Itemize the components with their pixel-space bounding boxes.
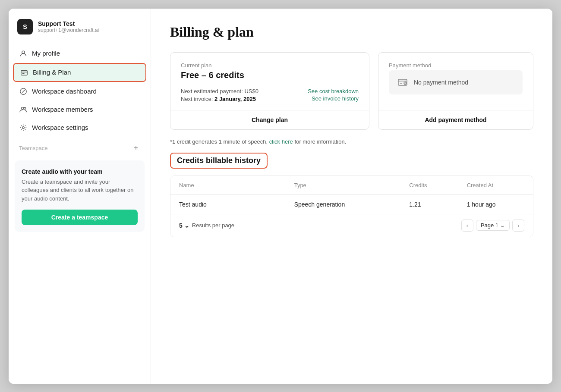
teamspace-card-description: Create a teamspace and invite your colle… (22, 178, 138, 203)
current-plan-name: Free – 6 credits (181, 70, 359, 80)
add-payment-method-button[interactable]: Add payment method (378, 110, 533, 129)
chart-icon (19, 87, 28, 96)
avatar: S (17, 19, 33, 34)
current-plan-card: Current plan Free – 6 credits Next estim… (170, 52, 369, 130)
sidebar-item-my-profile[interactable]: My profile (13, 45, 146, 62)
col-header-created-at: Created At (467, 182, 524, 188)
credits-history-title: Credits billable history (170, 153, 268, 169)
settings-icon (19, 123, 28, 132)
cell-name: Test audio (179, 201, 294, 208)
svg-point-4 (24, 107, 26, 110)
billing-links: See cost breakdown See invoice history (308, 88, 359, 102)
teamspace-card-title: Create audio with your team (22, 168, 138, 175)
no-payment-icon (397, 76, 409, 88)
payment-card-body: No payment method (389, 70, 523, 110)
sidebar-item-billing-plan[interactable]: Billing & Plan (13, 63, 146, 82)
modal-container: S Support Test support+1@wondercraft.ai … (9, 9, 552, 384)
cell-created-at: 1 hour ago (467, 201, 524, 208)
sidebar-item-workspace-settings[interactable]: Workspace settings (13, 119, 146, 136)
user-info: Support Test support+1@wondercraft.ai (38, 20, 99, 33)
sidebar-item-workspace-settings-label: Workspace settings (32, 124, 88, 131)
person-icon (19, 49, 28, 58)
change-plan-button[interactable]: Change plan (170, 110, 369, 129)
teamspace-card: Create audio with your team Create a tea… (15, 160, 145, 232)
payment-method-label: Payment method (389, 62, 523, 69)
teamspace-section-label: Teamspace + (9, 136, 151, 156)
sidebar: S Support Test support+1@wondercraft.ai … (9, 9, 151, 384)
billing-cards: Current plan Free – 6 credits Next estim… (170, 52, 533, 130)
credits-history-table: Name Type Credits Created At Test audio … (170, 176, 533, 237)
see-invoice-history-link[interactable]: See invoice history (312, 95, 359, 102)
sidebar-item-workspace-members[interactable]: Workspace members (13, 101, 146, 118)
sidebar-item-my-profile-label: My profile (32, 50, 60, 57)
payment-method-card: Payment method No payment m (378, 52, 533, 130)
sidebar-item-workspace-dashboard-label: Workspace dashboard (32, 88, 97, 95)
payment-method-box: No payment method (389, 70, 523, 94)
billing-info-text: Next estimated payment: US$0 Next invoic… (181, 88, 258, 103)
prev-page-button[interactable]: ‹ (461, 220, 473, 232)
next-payment-info: Next estimated payment: US$0 (181, 88, 258, 94)
col-header-type: Type (294, 182, 410, 188)
svg-point-5 (22, 126, 25, 129)
table-header: Name Type Credits Created At (170, 176, 533, 195)
table-row: Test audio Speech generation 1.21 1 hour… (170, 195, 533, 214)
sidebar-item-workspace-dashboard[interactable]: Workspace dashboard (13, 83, 146, 100)
pagination: ‹ Page 1 ⌄ › (461, 220, 524, 232)
credits-history-section: Credits billable history (170, 153, 533, 169)
credits-info: *1 credit generates 1 minute of speech, … (170, 138, 533, 145)
create-teamspace-button[interactable]: Create a teamspace (22, 210, 138, 225)
page-title: Billing & plan (170, 24, 533, 40)
chevron-down-icon: ⌄ (184, 222, 189, 229)
page-indicator[interactable]: Page 1 ⌄ (476, 220, 510, 231)
table-footer: 5 ⌄ Results per page ‹ Page 1 ⌄ › (170, 214, 533, 237)
user-name: Support Test (38, 20, 99, 27)
billing-info-row: Next estimated payment: US$0 Next invoic… (181, 88, 359, 103)
no-payment-text: No payment method (414, 79, 468, 86)
col-header-name: Name (179, 182, 294, 188)
people-icon (19, 105, 28, 114)
sidebar-user: S Support Test support+1@wondercraft.ai (9, 19, 151, 45)
svg-rect-1 (21, 70, 27, 75)
main-content: Billing & plan Current plan Free – 6 cre… (151, 9, 552, 384)
cell-type: Speech generation (294, 201, 410, 208)
current-plan-label: Current plan (181, 62, 359, 69)
next-invoice-info: Next invoice: 2 January, 2025 (181, 96, 258, 102)
results-count-select[interactable]: 5 ⌄ (179, 222, 189, 229)
next-page-button[interactable]: › (512, 220, 524, 232)
svg-point-3 (22, 107, 24, 109)
col-header-credits: Credits (409, 182, 466, 188)
sidebar-navigation: My profile Billing & Plan (9, 45, 151, 136)
see-cost-breakdown-link[interactable]: See cost breakdown (308, 88, 359, 94)
click-here-link[interactable]: click here (269, 138, 293, 145)
user-email: support+1@wondercraft.ai (38, 27, 99, 33)
cell-credits: 1.21 (409, 201, 466, 208)
results-per-page: 5 ⌄ Results per page (179, 222, 234, 229)
add-teamspace-button[interactable]: + (132, 144, 140, 153)
sidebar-item-billing-label: Billing & Plan (33, 69, 71, 76)
chevron-down-icon: ⌄ (500, 222, 505, 229)
sidebar-item-workspace-members-label: Workspace members (32, 106, 93, 113)
card-icon (20, 68, 28, 77)
